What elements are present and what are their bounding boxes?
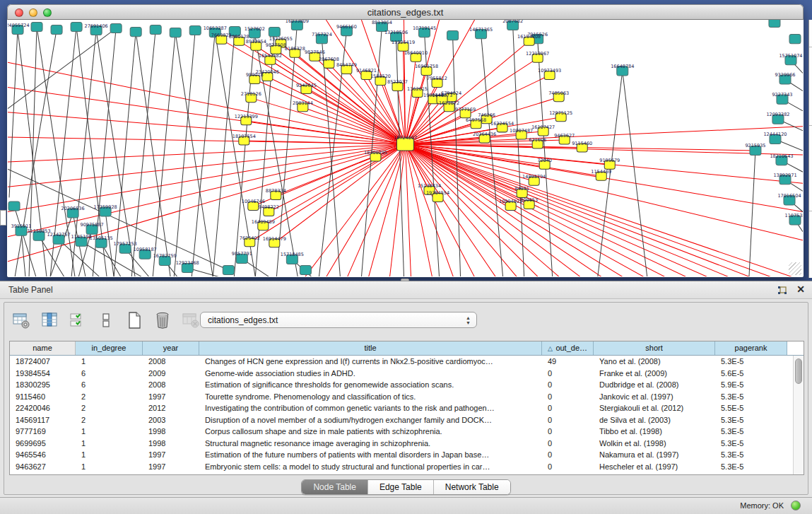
float-panel-icon[interactable] xyxy=(777,285,788,296)
tab-node-table[interactable]: Node Table xyxy=(302,480,368,494)
column-header-out_degree[interactable]: △ out_de… xyxy=(542,341,594,355)
network-node[interactable] xyxy=(170,28,181,37)
network-node[interactable] xyxy=(130,28,141,37)
table-scrollbar-thumb[interactable] xyxy=(795,358,802,384)
column-header-in_degree[interactable]: in_degree xyxy=(76,341,143,355)
network-edge[interactable] xyxy=(406,127,804,144)
column-header-pagerank[interactable]: pagerank xyxy=(715,341,787,355)
network-edge[interactable] xyxy=(406,144,411,276)
network-edge[interactable] xyxy=(8,62,406,144)
column-header-short[interactable]: short xyxy=(594,341,715,355)
network-node[interactable] xyxy=(223,265,234,274)
network-node[interactable] xyxy=(300,265,311,274)
table-row[interactable]: 2242004622012Investigating the contribut… xyxy=(10,402,804,414)
close-panel-icon[interactable]: ✕ xyxy=(796,284,805,295)
network-canvas[interactable]: 2405572427691406106532871527602160338097… xyxy=(8,20,803,276)
network-node-label: 9777169 xyxy=(455,107,476,112)
network-edge[interactable] xyxy=(406,144,539,276)
network-edge[interactable] xyxy=(8,112,406,144)
sort-ascending-icon: △ xyxy=(548,345,554,352)
node-table: namein_degreeyeartitle△ out_de…shortpage… xyxy=(9,341,804,475)
cell-in_degree: 1 xyxy=(76,461,143,473)
network-node-label: 7955812 xyxy=(427,76,447,81)
network-edge[interactable] xyxy=(136,32,170,276)
network-edge[interactable] xyxy=(406,144,560,276)
network-edge[interactable] xyxy=(8,144,406,162)
row-height-icon[interactable] xyxy=(96,310,116,330)
network-edge[interactable] xyxy=(749,151,755,276)
network-node[interactable] xyxy=(51,25,62,35)
table-panel-body: f(x) citations_edges.txt ▲▼ namein_degre… xyxy=(4,302,808,495)
network-edge[interactable] xyxy=(9,30,18,197)
new-file-icon[interactable] xyxy=(124,310,144,330)
tab-edge-table[interactable]: Edge Table xyxy=(368,480,434,494)
network-node-label: 9329966 xyxy=(775,72,795,78)
cell-short: Wolkin et al. (1998) xyxy=(594,438,715,450)
network-edge[interactable] xyxy=(131,30,155,276)
network-edge[interactable] xyxy=(8,169,228,270)
column-header-title[interactable]: title xyxy=(199,341,542,355)
table-scrollbar[interactable] xyxy=(793,356,804,474)
network-edge[interactable] xyxy=(406,144,517,276)
network-node[interactable] xyxy=(31,23,42,32)
network-node[interactable] xyxy=(769,20,780,28)
table-selector-dropdown[interactable]: citations_edges.txt ▲▼ xyxy=(200,312,477,328)
network-node[interactable] xyxy=(789,35,801,44)
network-edge[interactable] xyxy=(481,34,503,276)
network-node[interactable] xyxy=(269,28,280,37)
network-edge[interactable] xyxy=(406,57,416,144)
table-settings-icon[interactable] xyxy=(11,310,31,330)
network-edge[interactable] xyxy=(8,28,116,109)
network-node-label: 10994921 xyxy=(499,199,522,204)
table-row[interactable]: 1830029562008Estimation of significance … xyxy=(10,379,804,391)
network-edge[interactable] xyxy=(406,144,772,276)
cell-in_degree: 2 xyxy=(76,402,143,414)
table-row[interactable]: 977716911998Corpus callosum shape and si… xyxy=(10,426,804,438)
table-row[interactable]: 1872400712008Changes of HCN gene express… xyxy=(10,356,804,368)
network-node[interactable] xyxy=(8,201,20,211)
tab-network-table[interactable]: Network Table xyxy=(434,480,510,494)
network-edge[interactable] xyxy=(114,32,136,276)
network-node-label: 7357224 xyxy=(312,32,332,37)
table-row[interactable]: 946362711997Embryonic stem cells: a mode… xyxy=(10,461,804,473)
network-node-label: 16640910 xyxy=(404,50,428,56)
delete-icon[interactable] xyxy=(153,310,172,330)
cell-title: Corpus callosum shape and size in male p… xyxy=(199,426,542,438)
table-column-icon[interactable] xyxy=(40,310,59,330)
cell-name: 9115460 xyxy=(10,391,76,403)
network-node[interactable] xyxy=(189,26,201,35)
network-node-label: 9215935 xyxy=(745,143,765,148)
window-resize-grip[interactable] xyxy=(789,262,801,275)
table-row[interactable]: 969969511998Structural magnetic resonanc… xyxy=(10,438,804,450)
network-edge[interactable] xyxy=(213,31,235,276)
network-edge[interactable] xyxy=(21,231,25,276)
column-header-name[interactable]: name xyxy=(10,341,76,355)
network-node-label: 12142757 xyxy=(47,232,71,238)
network-edge[interactable] xyxy=(274,144,405,243)
table-panel-title: Table Panel xyxy=(8,285,53,295)
network-edge[interactable] xyxy=(623,71,647,276)
network-node-label: 9498222 xyxy=(259,204,279,210)
table-panel: Table Panel ✕ xyxy=(0,281,812,497)
network-edge[interactable] xyxy=(406,144,602,276)
network-node[interactable] xyxy=(71,23,82,32)
select-rows-icon[interactable] xyxy=(68,310,88,330)
network-edge[interactable] xyxy=(101,243,121,276)
network-edge[interactable] xyxy=(396,37,404,276)
network-edge[interactable] xyxy=(192,33,215,276)
network-edge[interactable] xyxy=(8,144,406,187)
network-window-titlebar[interactable]: citations_edges.txt xyxy=(7,4,804,20)
network-node[interactable] xyxy=(150,25,161,35)
network-node-label: 10046746 xyxy=(242,199,265,204)
table-row[interactable]: 1456911722003Disruption of a novel membe… xyxy=(10,414,804,426)
table-row[interactable]: 911546021997Tourette syndrome. Phenomeno… xyxy=(10,391,804,403)
cell-in_degree: 1 xyxy=(76,449,143,461)
network-edge[interactable] xyxy=(306,90,405,144)
network-edge[interactable] xyxy=(8,144,406,212)
table-row[interactable]: 946554611997Estimation of the future num… xyxy=(10,449,804,461)
column-header-year[interactable]: year xyxy=(143,341,199,355)
network-node[interactable] xyxy=(110,24,122,33)
table-row[interactable]: 1938455462009Genome-wide association stu… xyxy=(10,368,804,380)
network-node[interactable] xyxy=(447,31,459,40)
network-node-label: 10807487 xyxy=(510,128,533,134)
